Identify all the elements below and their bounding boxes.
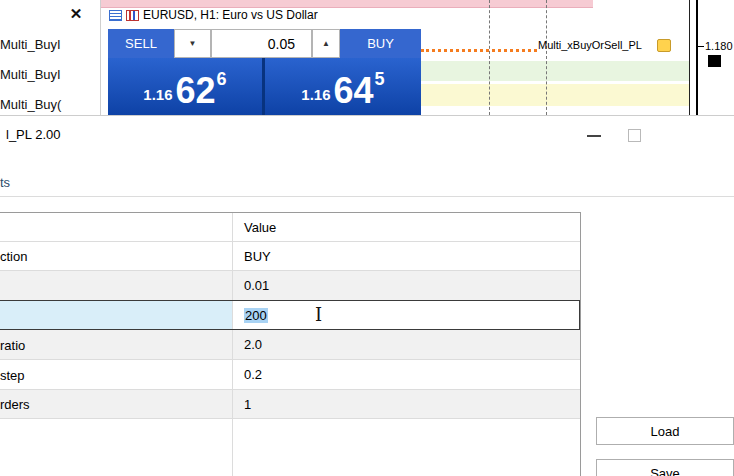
screen: ✕ Multi_BuyI Multi_BuyI Multi_Buy( EURUS… xyxy=(0,0,734,476)
chevron-down-icon: ▼ xyxy=(189,39,197,48)
price-tag-icon xyxy=(657,39,671,52)
dialog-title: l_PL 2.00 xyxy=(6,127,60,142)
volume-dropdown-button[interactable]: ▼ xyxy=(174,29,211,58)
sell-price-box[interactable]: 1.16 62 6 xyxy=(108,58,262,115)
highlight-band xyxy=(101,0,593,8)
text-cursor-ibeam: I xyxy=(315,303,322,326)
buy-price-box[interactable]: 1.16 64 5 xyxy=(265,58,421,115)
table-row: step 0.2 xyxy=(0,360,580,390)
buy-price-point: 5 xyxy=(375,69,385,90)
current-price-marker xyxy=(708,55,721,67)
table-row: ction BUY xyxy=(0,242,580,271)
minimize-icon xyxy=(587,135,601,137)
inputs-table: Value ction BUY 0.01 200 I ratio 2.0 xyxy=(0,212,581,476)
table-row: rders 1 xyxy=(0,390,580,419)
chevron-up-icon: ▲ xyxy=(322,39,330,48)
sell-button[interactable]: SELL xyxy=(108,29,174,58)
price-panel: 1.16 62 6 1.16 64 5 xyxy=(108,58,421,115)
row-value-cell[interactable]: BUY xyxy=(232,242,580,270)
buy-button[interactable]: BUY xyxy=(340,29,421,58)
header-value-cell: Value xyxy=(232,213,580,241)
table-row: 0.01 xyxy=(0,271,580,300)
value-edit-field[interactable]: 200 I xyxy=(232,301,579,329)
grid-vline xyxy=(546,0,547,115)
grid-vline xyxy=(489,0,490,115)
maximize-button[interactable] xyxy=(628,129,641,142)
chart-band-green xyxy=(421,61,689,81)
row-label-cell[interactable]: step xyxy=(0,360,232,389)
row-value-cell[interactable]: 1 xyxy=(232,390,580,418)
tab-inputs[interactable]: ts xyxy=(0,175,10,190)
row-value-cell[interactable]: 2.0 xyxy=(232,330,580,359)
tabstrip-divider xyxy=(0,196,734,197)
list-item[interactable]: Multi_BuyI xyxy=(0,37,61,52)
volume-input[interactable] xyxy=(211,29,312,58)
axis-tick xyxy=(698,46,704,47)
selected-text: 200 xyxy=(244,308,268,323)
level-line-label: Multi_xBuyOrSell_PL xyxy=(538,39,642,51)
chart-band-yellow xyxy=(421,84,689,106)
chart-title: EURUSD, H1: Euro vs US Dollar xyxy=(143,8,318,22)
buy-price-prefix: 1.16 xyxy=(301,86,330,103)
save-button[interactable]: Save xyxy=(596,459,734,476)
minimize-button[interactable] xyxy=(583,124,605,142)
row-label-cell[interactable]: ratio xyxy=(0,330,232,359)
indicator-icon xyxy=(109,10,122,21)
table-header-row: Value xyxy=(0,213,580,242)
axis-line xyxy=(696,0,698,115)
column-divider xyxy=(232,419,233,476)
table-row-editing: 200 I xyxy=(0,300,580,330)
sell-price-point: 6 xyxy=(217,69,227,90)
ea-properties-dialog: l_PL 2.00 ts Value ction BUY 0.01 200 xyxy=(0,115,734,476)
list-item[interactable]: Multi_BuyI xyxy=(0,67,61,82)
table-empty-area xyxy=(0,419,580,476)
list-item[interactable]: Multi_Buy( xyxy=(0,97,61,112)
level-line xyxy=(421,49,537,52)
chart-type-icon xyxy=(126,10,139,21)
close-icon[interactable]: ✕ xyxy=(58,1,94,26)
load-button[interactable]: Load xyxy=(596,417,734,445)
header-variable-cell xyxy=(0,213,232,241)
row-value-cell[interactable]: 0.01 xyxy=(232,271,580,300)
axis-price-label: 1.180 xyxy=(705,40,733,52)
table-row: ratio 2.0 xyxy=(0,330,580,360)
buy-price-digits: 64 xyxy=(334,77,374,106)
sell-price-digits: 62 xyxy=(176,77,216,106)
row-label-cell[interactable]: ction xyxy=(0,242,232,270)
row-value-cell[interactable]: 0.2 xyxy=(232,360,580,389)
sell-price-prefix: 1.16 xyxy=(143,86,172,103)
row-label-cell[interactable] xyxy=(0,271,232,300)
row-label-cell[interactable] xyxy=(0,301,232,329)
row-label-cell[interactable]: rders xyxy=(0,390,232,418)
axis-line-thin xyxy=(689,0,690,115)
volume-up-button[interactable]: ▲ xyxy=(312,29,340,58)
chart-window: EURUSD, H1: Euro vs US Dollar SELL ▼ ▲ B… xyxy=(100,0,734,115)
